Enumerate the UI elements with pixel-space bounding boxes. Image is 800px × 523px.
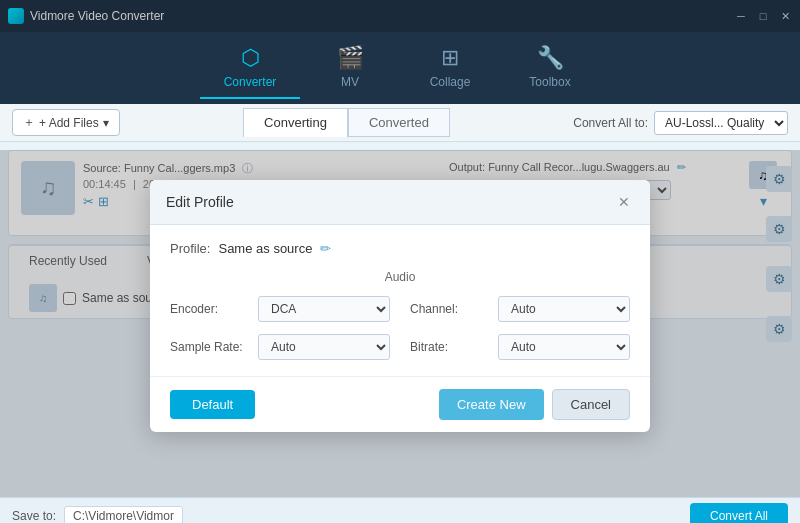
form-grid: Encoder: DCA Channel: Auto Sample Rate:: [170, 296, 630, 360]
bitrate-select[interactable]: Auto: [498, 334, 630, 360]
create-new-button[interactable]: Create New: [439, 389, 544, 420]
sample-rate-label: Sample Rate:: [170, 340, 250, 354]
collage-icon: ⊞: [441, 45, 459, 71]
nav-tab-collage[interactable]: ⊞ Collage: [400, 37, 500, 99]
minimize-button[interactable]: ─: [734, 9, 748, 23]
toolbar-tabs: Converting Converted: [243, 108, 450, 137]
bitrate-label: Bitrate:: [410, 340, 490, 354]
profile-label: Profile:: [170, 241, 210, 256]
toolbar: ＋ + Add Files ▾ Converting Converted Con…: [0, 104, 800, 142]
add-files-button[interactable]: ＋ + Add Files ▾: [12, 109, 120, 136]
profile-row: Profile: Same as source ✏: [170, 241, 630, 256]
modal-header: Edit Profile ✕: [150, 180, 650, 225]
modal-body: Profile: Same as source ✏ Audio Encoder:…: [150, 225, 650, 376]
sample-rate-row: Sample Rate: Auto: [170, 334, 390, 360]
tab-converted[interactable]: Converted: [348, 108, 450, 137]
mv-icon: 🎬: [337, 45, 364, 71]
main-content: ♫ Source: Funny Cal...ggers.mp3 ⓘ 00:14:…: [0, 150, 800, 497]
footer-right-buttons: Create New Cancel: [439, 389, 630, 420]
close-button[interactable]: ✕: [778, 9, 792, 23]
converter-icon: ⬡: [241, 45, 260, 71]
profile-edit-icon[interactable]: ✏: [320, 241, 331, 256]
default-button[interactable]: Default: [170, 390, 255, 419]
modal-close-button[interactable]: ✕: [614, 192, 634, 212]
tab-converting[interactable]: Converting: [243, 108, 348, 137]
nav-tab-mv[interactable]: 🎬 MV: [300, 37, 400, 99]
add-icon: ＋: [23, 114, 35, 131]
save-path[interactable]: C:\Vidmore\Vidmor: [64, 506, 183, 524]
nav-tab-toolbox[interactable]: 🔧 Toolbox: [500, 37, 600, 99]
channel-label: Channel:: [410, 302, 490, 316]
nav-tab-toolbox-label: Toolbox: [529, 75, 570, 89]
dropdown-arrow-icon: ▾: [103, 116, 109, 130]
titlebar: Vidmore Video Converter ─ □ ✕: [0, 0, 800, 32]
encoder-label: Encoder:: [170, 302, 250, 316]
convert-all-label: Convert All to:: [573, 116, 648, 130]
app-title: Vidmore Video Converter: [30, 9, 734, 23]
encoder-row: Encoder: DCA: [170, 296, 390, 322]
convert-all-area: Convert All to: AU-Lossl... Quality: [573, 111, 788, 135]
modal-title: Edit Profile: [166, 194, 234, 210]
save-to-label: Save to:: [12, 509, 56, 523]
convert-all-select[interactable]: AU-Lossl... Quality: [654, 111, 788, 135]
nav-tab-converter[interactable]: ⬡ Converter: [200, 37, 300, 99]
channel-select-modal[interactable]: Auto: [498, 296, 630, 322]
nav-tab-collage-label: Collage: [430, 75, 471, 89]
nav-tab-mv-label: MV: [341, 75, 359, 89]
add-files-label: + Add Files: [39, 116, 99, 130]
toolbox-icon: 🔧: [537, 45, 564, 71]
profile-value: Same as source: [218, 241, 312, 256]
modal-overlay: Edit Profile ✕ Profile: Same as source ✏…: [0, 150, 800, 497]
modal-footer: Default Create New Cancel: [150, 376, 650, 432]
audio-section-title: Audio: [170, 270, 630, 284]
bitrate-row: Bitrate: Auto: [410, 334, 630, 360]
convert-all-button[interactable]: Convert All: [690, 503, 788, 524]
sample-rate-select[interactable]: Auto: [258, 334, 390, 360]
window-controls[interactable]: ─ □ ✕: [734, 9, 792, 23]
cancel-button[interactable]: Cancel: [552, 389, 630, 420]
encoder-select[interactable]: DCA: [258, 296, 390, 322]
channel-row: Channel: Auto: [410, 296, 630, 322]
main-nav: ⬡ Converter 🎬 MV ⊞ Collage 🔧 Toolbox: [0, 32, 800, 104]
nav-tab-converter-label: Converter: [224, 75, 277, 89]
statusbar: Save to: C:\Vidmore\Vidmor Convert All: [0, 497, 800, 523]
app-icon: [8, 8, 24, 24]
edit-profile-modal: Edit Profile ✕ Profile: Same as source ✏…: [150, 180, 650, 432]
maximize-button[interactable]: □: [756, 9, 770, 23]
